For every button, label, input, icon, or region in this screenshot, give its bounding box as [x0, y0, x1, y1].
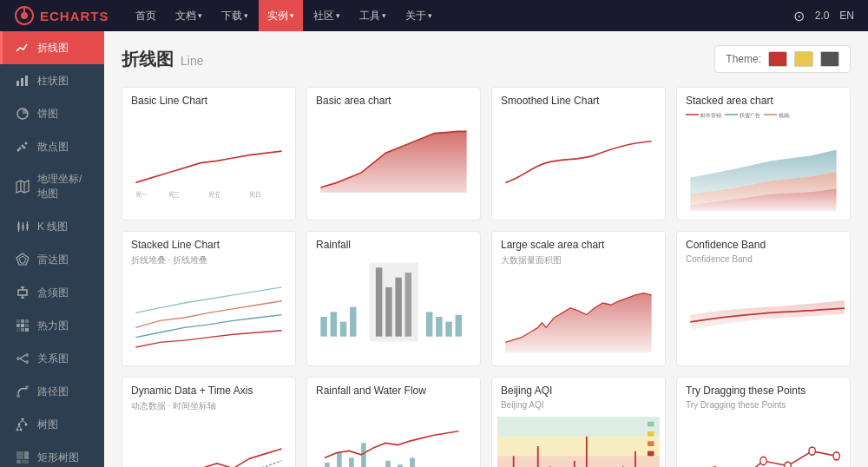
svg-rect-80	[325, 463, 330, 467]
content-area: 折线图 Line Theme: Basic Line Chart 周一 周三	[104, 31, 868, 467]
svg-rect-73	[385, 287, 391, 337]
svg-point-38	[25, 353, 29, 357]
svg-rect-69	[331, 312, 337, 336]
svg-rect-75	[405, 273, 411, 337]
sidebar-item-kline[interactable]: K 线图	[0, 210, 104, 243]
chart-card-dragging[interactable]: Try Dragging these Points Try Dragging t…	[676, 377, 851, 467]
svg-rect-35	[21, 328, 24, 332]
chart-subtitle-large-area: 大数据量面积图	[492, 254, 665, 270]
svg-text:周日: 周日	[249, 191, 260, 200]
theme-selector: Theme:	[714, 45, 851, 73]
svg-rect-78	[445, 322, 451, 337]
svg-rect-79	[456, 315, 462, 337]
echarts-logo-icon	[14, 5, 35, 26]
chart-title-basic-line: Basic Line Chart	[122, 88, 295, 110]
chart-card-basic-line[interactable]: Basic Line Chart 周一 周三 周五 周日	[122, 87, 296, 220]
page-header: 折线图 Line Theme:	[122, 45, 851, 73]
page-subtitle: Line	[181, 54, 203, 68]
svg-rect-54	[24, 451, 29, 459]
chart-title-rainfall: Rainfall	[307, 232, 480, 254]
chart-preview-smoothed-line	[492, 110, 665, 206]
svg-point-47	[16, 429, 19, 431]
sidebar-item-box[interactable]: 盒须图	[0, 276, 104, 309]
svg-rect-34	[16, 328, 20, 332]
chart-subtitle-dragging: Try Dragging these Points	[677, 400, 850, 413]
chart-card-rainfall-water[interactable]: Rainfall and Water Flow	[306, 377, 481, 467]
svg-rect-23	[18, 290, 27, 295]
theme-swatch-red[interactable]	[768, 51, 787, 67]
sidebar-label-pie: 饼图	[37, 107, 58, 122]
chart-card-stacked-area[interactable]: Stacked area chart 邮件营销 联盟广告 视频广告	[676, 87, 851, 220]
sidebar-item-radar[interactable]: 雷达图	[0, 243, 104, 276]
sidebar-item-bar[interactable]: 柱状图	[0, 64, 104, 97]
sidebar-item-pie[interactable]: 饼图	[0, 97, 104, 130]
chart-card-rainfall[interactable]: Rainfall	[306, 231, 481, 366]
sidebar-item-path[interactable]: 路径图	[0, 375, 104, 408]
sidebar-label-treemap: 矩形树图	[37, 451, 79, 465]
theme-swatch-yellow[interactable]	[794, 51, 813, 67]
sidebar-label-line: 折线图	[37, 41, 69, 56]
nav-download[interactable]: 下载▾	[213, 0, 257, 31]
svg-rect-5	[25, 76, 28, 86]
chart-preview-stacked-area	[677, 124, 850, 220]
sidebar-item-treemap[interactable]: 矩形树图	[0, 441, 104, 467]
chart-card-aqi[interactable]: Beijing AQI Beijing AQI	[491, 377, 666, 467]
svg-rect-72	[376, 267, 382, 336]
nav-docs-arrow: ▾	[198, 11, 202, 20]
nav-examples[interactable]: 实例▾	[259, 0, 303, 31]
sidebar-label-relation: 关系图	[37, 352, 69, 366]
theme-swatch-dark[interactable]	[820, 51, 839, 67]
nav-tools[interactable]: 工具▾	[351, 0, 395, 31]
scatter-chart-icon	[15, 139, 30, 155]
theme-label: Theme:	[726, 53, 761, 65]
nav-about-arrow: ▾	[428, 11, 432, 20]
sidebar-label-tree: 树图	[37, 418, 58, 432]
sidebar-item-line[interactable]: 折线图	[0, 31, 104, 64]
svg-rect-77	[436, 317, 442, 337]
sidebar-item-relation[interactable]: 关系图	[0, 342, 104, 375]
nav-community[interactable]: 社区▾	[305, 0, 349, 31]
chart-card-stacked-line[interactable]: Stacked Line Chart 折线堆叠 · 折线堆叠	[122, 231, 296, 366]
chart-preview-basic-area	[307, 110, 480, 206]
svg-rect-30	[25, 319, 29, 323]
svg-point-45	[18, 424, 21, 426]
logo[interactable]: ECHARTS	[14, 5, 109, 26]
svg-rect-81	[337, 453, 342, 467]
chart-preview-rainfall-water	[307, 400, 480, 467]
svg-rect-31	[16, 324, 20, 327]
bar-chart-icon	[15, 73, 30, 89]
github-icon[interactable]: ⊙	[793, 8, 805, 24]
relation-icon	[15, 351, 30, 366]
sidebar-item-scatter[interactable]: 散点图	[0, 130, 104, 163]
sidebar-item-heat[interactable]: 热力图	[0, 309, 104, 342]
language-toggle[interactable]: EN	[839, 10, 854, 22]
svg-rect-87	[410, 457, 415, 467]
svg-rect-56	[22, 460, 29, 464]
chart-preview-large-area	[492, 270, 665, 365]
chart-card-smoothed-line[interactable]: Smoothed Line Chart	[491, 87, 666, 220]
svg-point-10	[25, 142, 28, 145]
nav-docs[interactable]: 文档▾	[167, 0, 211, 31]
nav-home[interactable]: 首页	[127, 0, 165, 31]
svg-point-48	[20, 429, 23, 431]
chart-title-basic-area: Basic area chart	[307, 88, 480, 110]
kline-icon	[15, 219, 30, 234]
sidebar-item-tree[interactable]: 树图	[0, 408, 104, 441]
logo-text: ECHARTS	[40, 9, 109, 23]
svg-line-49	[19, 421, 23, 424]
chart-card-confidence[interactable]: Confidence Band Confidence Band	[676, 231, 851, 366]
chart-card-basic-area[interactable]: Basic area chart	[306, 87, 481, 220]
svg-rect-85	[385, 461, 391, 467]
map-icon	[15, 179, 30, 194]
sidebar-item-map[interactable]: 地理坐标/地图	[0, 163, 104, 210]
chart-preview-confidence	[677, 267, 850, 363]
chart-title-smoothed-line: Smoothed Line Chart	[492, 88, 665, 110]
heat-icon	[15, 318, 30, 333]
main-layout: 折线图 柱状图 饼图 散点图 地理坐标/地图	[0, 31, 868, 467]
chart-card-dynamic[interactable]: Dynamic Data + Time Axis 动态数据 · 时间坐标轴	[122, 377, 296, 467]
svg-line-41	[20, 358, 25, 362]
chart-card-large-area[interactable]: Large scale area chart 大数据量面积图	[491, 231, 666, 366]
nav-about[interactable]: 关于▾	[397, 0, 441, 31]
sidebar-label-map: 地理坐标/地图	[37, 172, 92, 201]
nav-tools-arrow: ▾	[382, 11, 386, 20]
